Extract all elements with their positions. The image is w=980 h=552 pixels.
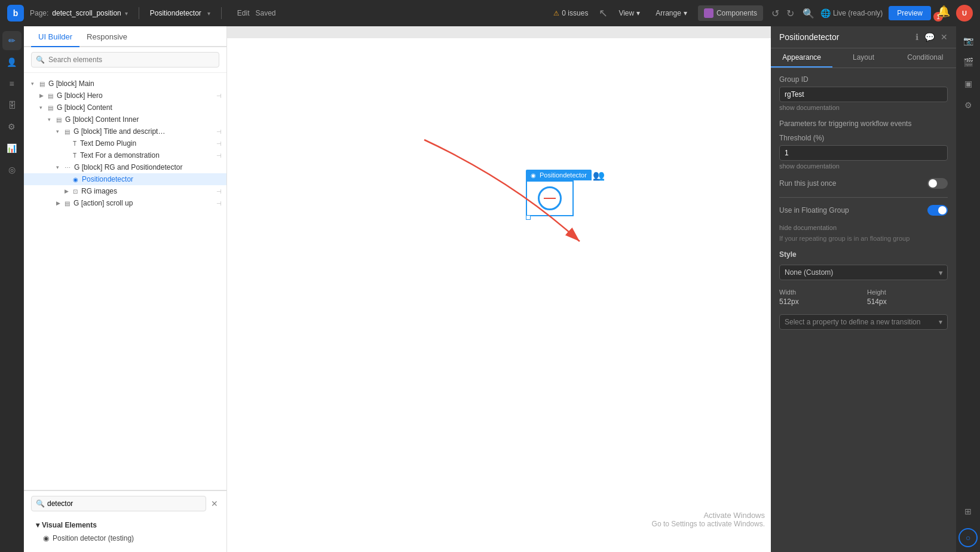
icon-bar-database[interactable]: 🗄 [2,96,22,115]
icon-bar-list[interactable]: ≡ [2,74,22,93]
bottom-search-icon: 🔍 [36,499,45,508]
bottom-search-close-icon[interactable]: ✕ [210,498,219,510]
undo-button[interactable]: ↺ [769,7,782,20]
icon-bar-target[interactable]: ◎ [2,160,22,179]
avatar[interactable]: U [956,5,973,22]
component-name[interactable]: Positiondetector [150,9,201,17]
tree-item-main[interactable]: ▾ ▤ G [block] Main [24,78,226,90]
props-tab-layout[interactable]: Layout [832,48,894,68]
tree-item-content-inner[interactable]: ▾ ▤ G [block] Content Inner [24,114,226,125]
transition-select[interactable]: Select a property to define a new transi… [779,314,948,330]
icon-bar-chart[interactable]: 📊 [2,139,22,158]
type-icon-content: ▤ [48,105,53,111]
element-label-text: Positiondetector [540,171,587,179]
right-icon-layers[interactable]: ▣ [958,74,978,93]
label-rg-images: RG images [81,187,214,195]
threshold-input[interactable] [779,145,948,161]
show-doc-threshold[interactable]: show documentation [779,162,948,170]
search-input[interactable] [31,52,219,68]
chevron-title-desc: ▾ [56,128,62,134]
chevron-hero: ▶ [39,93,45,99]
right-icon-camera[interactable]: 📷 [958,31,978,50]
page-label: Page: [30,9,48,17]
right-icon-circle-user[interactable]: ○ [958,528,978,547]
main-layout: ✏ 👤 ≡ 🗄 ⚙ 📊 ◎ UI Builder Responsive 🔍 ▾ … [0,26,980,552]
label-scroll-up: G [action] scroll up [74,199,214,207]
tree-item-text-demo[interactable]: ▶ T Text Demo Plugin ⊣ [24,137,226,149]
logo: b [7,5,24,22]
components-button[interactable]: Components [698,5,763,21]
type-icon-main: ▤ [39,81,45,87]
element-tree: ▾ ▤ G [block] Main ▶ ▤ G [block] Hero ⊣ … [24,73,226,490]
right-icon-grid[interactable]: ⊞ [958,502,978,521]
arrange-button[interactable]: Arrange ▾ [651,7,692,20]
tree-item-text-demo2[interactable]: ▶ T Text For a demonstration ⊣ [24,149,226,161]
close-icon[interactable]: ✕ [941,32,948,42]
bottom-search-input[interactable] [31,496,206,511]
type-icon-hero: ▤ [48,93,53,99]
right-icon-video[interactable]: 🎬 [958,53,978,72]
warning-icon: ⚠ [553,10,559,17]
redo-button[interactable]: ↻ [784,7,797,20]
canvas-area[interactable]: ◉ Positiondetector 👥 [227,26,771,552]
props-tab-conditional[interactable]: Conditional [895,48,956,68]
tree-item-rg-images[interactable]: ▶ ⊡ RG images ⊣ [24,185,226,197]
globe-icon: 🌐 [820,8,831,18]
search-icon[interactable]: 🔍 [803,8,814,19]
element-inner-circle [538,186,562,210]
use-floating-toggle[interactable] [927,205,948,216]
element-user-icon: 👥 [593,170,605,181]
bottom-search-panel: 🔍 ✕ ▾ Visual Elements ◉ Position detecto… [24,490,226,552]
style-select[interactable]: None (Custom) [779,265,948,280]
type-icon-text-demo2: T [73,152,76,159]
show-doc-group-id[interactable]: show documentation [779,104,948,111]
panel-search-area: 🔍 [24,47,226,73]
page-name[interactable]: detect_scroll_position [52,9,121,17]
label-text-demo: Text Demo Plugin [80,139,214,148]
label-content-inner: G [block] Content Inner [65,115,222,124]
bottom-search-wrapper: 🔍 [31,496,206,511]
threshold-label: Threshold (%) [779,134,948,142]
tree-item-content[interactable]: ▾ ▤ G [block] Content [24,102,226,114]
tab-responsive[interactable]: Responsive [79,26,134,47]
badge-hero: ⊣ [216,93,222,99]
run-once-toggle[interactable] [927,178,948,189]
element-body [526,180,574,216]
icon-bar-pencil[interactable]: ✏ [2,31,22,50]
cursor-tool-icon[interactable]: ↖ [599,7,608,20]
use-floating-row: Use in Floating Group [779,205,948,216]
info-icon[interactable]: ℹ [915,32,918,42]
view-button[interactable]: View ▾ [614,7,645,20]
tab-ui-builder[interactable]: UI Builder [31,26,79,47]
tree-item-scroll-up[interactable]: ▶ ▤ G [action] scroll up ⊣ [24,197,226,209]
comment-icon[interactable]: 💬 [924,32,935,42]
icon-bar-users[interactable]: 👤 [2,53,22,72]
component-dropdown-icon[interactable]: ▾ [207,10,210,17]
page-dropdown-icon[interactable]: ▾ [125,10,128,17]
icon-bar-settings[interactable]: ⚙ [2,117,22,136]
edit-label: Edit [237,9,250,17]
tree-item-title-desc[interactable]: ▾ ▤ G [block] Title and descript… ⊣ [24,125,226,137]
type-icon-pos: ◉ [73,176,78,183]
chevron-content: ▾ [39,105,45,111]
group-id-input[interactable] [779,87,948,102]
right-icon-settings[interactable]: ⚙ [958,96,978,115]
undo-redo-group: ↺ ↻ [769,7,797,20]
canvas-element-positiondetector[interactable]: ◉ Positiondetector 👥 [526,170,592,216]
label-title-desc: G [block] Title and descript… [74,127,214,136]
hide-doc-link[interactable]: hide documentation [779,224,948,231]
issues-button[interactable]: ⚠ 0 issues [549,7,593,20]
preview-button[interactable]: Preview [889,6,931,20]
style-select-wrapper: None (Custom) [779,265,948,280]
width-value: 512px [779,298,860,306]
topbar: b Page: detect_scroll_position ▾ Positio… [0,0,980,26]
right-icon-bar: 📷 🎬 ▣ ⚙ ⊞ ○ [956,26,980,552]
section-header-visual[interactable]: ▾ Visual Elements [31,519,219,532]
tree-item-positiondetector[interactable]: ▶ ◉ Positiondetector [24,173,226,185]
props-tab-appearance[interactable]: Appearance [771,48,832,68]
label-pos: Positiondetector [82,175,222,183]
tree-item-rg-pos[interactable]: ▾ ⋯ G [block] RG and Positiondetector [24,161,226,173]
section-item-position-detector[interactable]: ◉ Position detector (testing) [31,532,219,545]
notification-area: 🔔 1 [937,5,950,22]
tree-item-hero[interactable]: ▶ ▤ G [block] Hero ⊣ [24,90,226,102]
